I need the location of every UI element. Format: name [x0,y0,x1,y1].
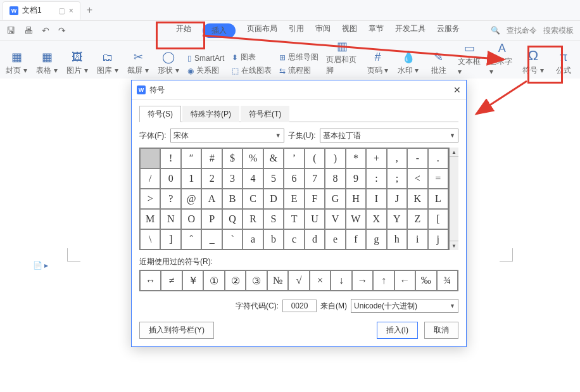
insert-to-bar-button[interactable]: 插入到符号栏(Y) [139,322,214,339]
symbol-cell[interactable]: Y [387,209,407,229]
symbol-cell[interactable]: ; [387,168,407,189]
font-select[interactable]: 宋体▼ [170,129,284,142]
from-select[interactable]: Unicode(十六进制)▼ [351,299,458,313]
symbol-cell[interactable]: > [140,189,160,209]
ribbon-watermark[interactable]: 💧水印 ▾ [397,50,420,79]
symbol-cell[interactable]: 9 [346,168,366,189]
symbol-cell[interactable]: Q [222,209,243,229]
symbol-cell[interactable]: I [366,189,386,209]
symbol-cell[interactable]: M [140,209,160,229]
symbol-cell[interactable]: ″ [181,148,201,168]
ribbon-flowchart[interactable]: ⇆流程图 [279,65,318,76]
symbol-cell[interactable]: N [160,209,180,229]
symbol-cell[interactable]: 8 [325,168,345,189]
undo-icon[interactable]: ↶ [42,25,49,35]
add-tab-button[interactable]: + [87,4,92,16]
menu-cloud[interactable]: 云服务 [437,23,460,38]
symbol-cell[interactable]: J [387,189,407,209]
symbol-cell[interactable]: H [346,189,366,209]
dialog-close-icon[interactable]: ✕ [453,85,461,95]
scroll-down-icon[interactable]: ▼ [450,241,458,250]
symbol-cell[interactable]: 3 [222,168,243,189]
print-icon[interactable]: 🖶 [24,25,33,35]
symbol-cell[interactable]: ` [222,229,243,250]
recent-symbol-cell[interactable]: ③ [246,270,267,291]
symbol-cell[interactable]: 2 [201,168,222,189]
recent-symbol-cell[interactable]: № [267,270,288,291]
search-command[interactable]: 查找命令 [507,25,537,36]
symbol-cell[interactable]: O [181,209,201,229]
symbol-cell[interactable]: c [284,229,304,250]
dialog-titlebar[interactable]: W 符号 ✕ [132,80,466,100]
ribbon-screenshot[interactable]: ✂截屏 ▾ [127,50,149,79]
symbol-cell[interactable]: ! [160,148,180,168]
symbol-cell[interactable]: C [243,189,263,209]
document-tab[interactable]: W 文档1 ▢ × [3,1,80,20]
recent-symbol-cell[interactable]: ≠ [161,270,182,291]
ribbon-header-footer[interactable]: ▥页眉和页脚 [326,39,358,79]
symbol-cell[interactable] [140,148,160,168]
ribbon-picture[interactable]: 🖼图片 ▾ [66,51,89,79]
symbol-cell[interactable]: S [263,209,284,229]
symbol-cell[interactable]: 7 [305,168,325,189]
redo-icon[interactable]: ↷ [58,25,66,35]
symbol-cell[interactable]: D [263,189,284,209]
recent-symbol-cell[interactable]: ↑ [373,270,394,291]
ribbon-table[interactable]: ▦表格 ▾ [35,50,58,79]
save-icon[interactable]: 🖫 [6,25,15,35]
symbol-cell[interactable]: d [305,229,325,250]
charcode-input[interactable]: 0020 [282,300,317,312]
cancel-button[interactable]: 取消 [424,322,458,339]
symbol-cell[interactable]: ’ [284,148,304,168]
symbol-cell[interactable]: K [407,189,427,209]
symbol-cell[interactable]: U [305,209,325,229]
symbol-cell[interactable]: V [325,209,345,229]
search-template[interactable]: 搜索模板 [543,25,574,36]
recent-symbol-cell[interactable]: ↔ [140,270,161,291]
symbol-cell[interactable]: A [201,189,222,209]
symbol-cell[interactable]: [ [428,209,448,229]
symbol-cell[interactable]: i [407,229,427,250]
recent-symbol-cell[interactable]: √ [288,270,309,291]
menu-review[interactable]: 审阅 [315,23,331,38]
recent-symbol-cell[interactable]: → [352,270,373,291]
symbol-cell[interactable]: P [201,209,222,229]
menu-references[interactable]: 引用 [289,23,304,38]
symbol-cell[interactable]: ] [160,229,180,250]
recent-symbol-cell[interactable]: ↓ [331,270,351,291]
menu-view[interactable]: 视图 [342,23,357,38]
symbol-cell[interactable]: @ [181,189,201,209]
tab-special[interactable]: 特殊字符(P) [182,106,239,122]
menu-page-layout[interactable]: 页面布局 [247,23,277,38]
symbol-cell[interactable]: 5 [263,168,284,189]
symbol-cell[interactable]: 1 [181,168,201,189]
symbol-cell[interactable]: % [243,148,263,168]
symbol-cell[interactable]: # [201,148,222,168]
ribbon-textbox[interactable]: ▭文本框 ▾ [458,41,482,79]
insert-button[interactable]: 插入(I) [377,322,418,339]
symbol-cell[interactable]: Z [407,209,427,229]
ribbon-mindmap[interactable]: ⊞思维导图 [279,52,318,63]
ribbon-online-chart[interactable]: ⬚在线图表 [232,65,272,76]
symbol-cell[interactable]: ( [305,148,325,168]
menu-start[interactable]: 开始 [176,23,191,38]
symbol-cell[interactable]: X [366,209,386,229]
symbol-cell[interactable]: < [407,168,427,189]
symbol-cell[interactable]: / [140,168,160,189]
symbol-cell[interactable]: _ [201,229,222,250]
symbol-cell[interactable]: B [222,189,243,209]
recent-symbol-cell[interactable]: ← [394,270,415,291]
menu-insert[interactable]: 插入 [203,23,236,38]
recent-symbol-cell[interactable]: ￥ [182,270,203,291]
symbol-cell[interactable]: a [243,229,263,250]
symbol-cell[interactable]: & [263,148,284,168]
ribbon-gallery[interactable]: 🗂图库 ▾ [96,51,119,79]
subset-select[interactable]: 基本拉丁语▼ [320,129,458,142]
grid-scrollbar[interactable]: ▲ ▼ [449,148,458,250]
symbol-cell[interactable]: : [366,168,386,189]
symbol-cell[interactable]: 0 [160,168,180,189]
ribbon-equation[interactable]: π公式 [552,51,575,79]
symbol-cell[interactable]: b [263,229,284,250]
ribbon-smartart[interactable]: ▯SmartArt [187,54,224,63]
ribbon-comment[interactable]: ✎批注 [427,50,450,79]
